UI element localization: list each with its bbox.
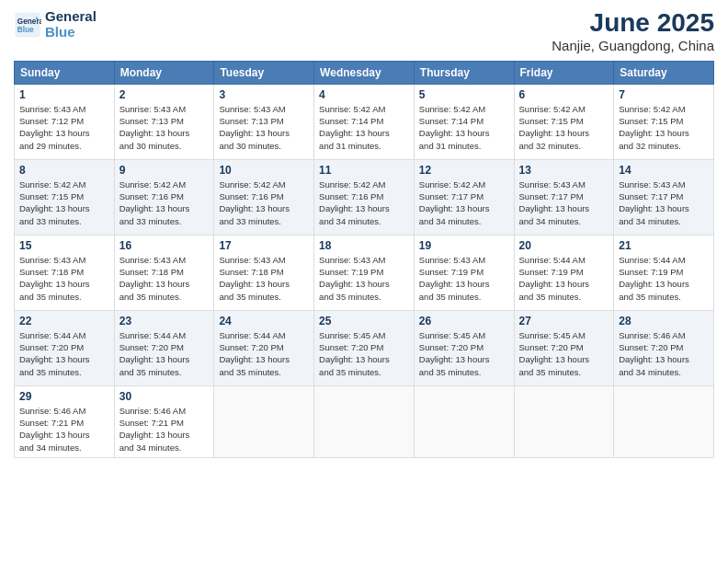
day-number: 30 (119, 390, 210, 403)
day-info: Sunrise: 5:42 AMSunset: 7:14 PMDaylight:… (319, 103, 409, 152)
day-number: 2 (119, 88, 210, 101)
calendar-week-row: 8Sunrise: 5:42 AMSunset: 7:15 PMDaylight… (15, 159, 714, 235)
day-info: Sunrise: 5:44 AMSunset: 7:19 PMDaylight:… (519, 254, 609, 303)
day-number: 18 (319, 239, 409, 252)
calendar-week-row: 1Sunrise: 5:43 AMSunset: 7:12 PMDaylight… (15, 84, 714, 159)
weekday-header-cell: Thursday (414, 61, 514, 84)
day-info: Sunrise: 5:43 AMSunset: 7:18 PMDaylight:… (119, 254, 210, 303)
day-number: 8 (19, 164, 109, 177)
calendar-day-cell (414, 385, 514, 457)
calendar-day-cell: 9Sunrise: 5:42 AMSunset: 7:16 PMDaylight… (114, 159, 214, 235)
header: General Blue General Blue June 2025 Nanj… (14, 9, 714, 53)
calendar-day-cell: 17Sunrise: 5:43 AMSunset: 7:18 PMDayligh… (214, 235, 314, 310)
day-info: Sunrise: 5:42 AMSunset: 7:16 PMDaylight:… (119, 178, 210, 227)
calendar-day-cell: 26Sunrise: 5:45 AMSunset: 7:20 PMDayligh… (414, 310, 514, 385)
weekday-header-cell: Saturday (614, 61, 714, 84)
calendar-week-row: 15Sunrise: 5:43 AMSunset: 7:18 PMDayligh… (15, 235, 714, 310)
calendar-day-cell: 13Sunrise: 5:43 AMSunset: 7:17 PMDayligh… (514, 159, 614, 235)
day-number: 3 (219, 88, 309, 101)
day-info: Sunrise: 5:44 AMSunset: 7:19 PMDaylight:… (619, 254, 709, 303)
day-number: 24 (219, 315, 309, 327)
day-number: 10 (219, 164, 309, 177)
day-info: Sunrise: 5:44 AMSunset: 7:20 PMDaylight:… (19, 329, 109, 378)
day-info: Sunrise: 5:45 AMSunset: 7:20 PMDaylight:… (319, 329, 409, 378)
logo-icon: General Blue (14, 11, 41, 39)
calendar-day-cell (514, 385, 614, 457)
day-number: 28 (619, 315, 709, 327)
calendar-day-cell (614, 385, 714, 457)
day-info: Sunrise: 5:46 AMSunset: 7:20 PMDaylight:… (619, 329, 709, 378)
logo-blue: Blue (45, 25, 97, 40)
day-number: 4 (319, 88, 409, 101)
svg-text:Blue: Blue (17, 25, 34, 33)
calendar-day-cell: 5Sunrise: 5:42 AMSunset: 7:14 PMDaylight… (414, 84, 514, 159)
calendar-day-cell (314, 385, 415, 457)
day-number: 14 (619, 164, 709, 177)
day-info: Sunrise: 5:42 AMSunset: 7:17 PMDaylight:… (419, 178, 509, 227)
day-number: 15 (19, 239, 109, 252)
day-number: 13 (519, 164, 609, 177)
calendar-day-cell: 20Sunrise: 5:44 AMSunset: 7:19 PMDayligh… (514, 235, 614, 310)
calendar-day-cell: 12Sunrise: 5:42 AMSunset: 7:17 PMDayligh… (414, 159, 514, 235)
calendar-day-cell: 3Sunrise: 5:43 AMSunset: 7:13 PMDaylight… (214, 84, 314, 159)
calendar-day-cell: 2Sunrise: 5:43 AMSunset: 7:13 PMDaylight… (114, 84, 214, 159)
day-info: Sunrise: 5:43 AMSunset: 7:12 PMDaylight:… (19, 103, 109, 152)
page-subtitle: Nanjie, Guangdong, China (552, 38, 714, 53)
calendar-day-cell: 27Sunrise: 5:45 AMSunset: 7:20 PMDayligh… (514, 310, 614, 385)
calendar-day-cell: 29Sunrise: 5:46 AMSunset: 7:21 PMDayligh… (15, 385, 115, 457)
title-block: June 2025 Nanjie, Guangdong, China (552, 9, 714, 53)
day-number: 5 (419, 88, 509, 101)
calendar-body: 1Sunrise: 5:43 AMSunset: 7:12 PMDaylight… (15, 84, 714, 457)
day-number: 26 (419, 315, 509, 327)
day-info: Sunrise: 5:45 AMSunset: 7:20 PMDaylight:… (519, 329, 609, 378)
calendar-table: SundayMondayTuesdayWednesdayThursdayFrid… (14, 61, 714, 458)
calendar-day-cell: 28Sunrise: 5:46 AMSunset: 7:20 PMDayligh… (614, 310, 714, 385)
calendar-day-cell: 24Sunrise: 5:44 AMSunset: 7:20 PMDayligh… (214, 310, 314, 385)
day-info: Sunrise: 5:43 AMSunset: 7:19 PMDaylight:… (419, 254, 509, 303)
day-info: Sunrise: 5:43 AMSunset: 7:13 PMDaylight:… (219, 103, 309, 152)
weekday-header-cell: Sunday (15, 61, 115, 84)
calendar-day-cell: 22Sunrise: 5:44 AMSunset: 7:20 PMDayligh… (15, 310, 115, 385)
day-number: 19 (419, 239, 509, 252)
calendar-day-cell: 10Sunrise: 5:42 AMSunset: 7:16 PMDayligh… (214, 159, 314, 235)
calendar-day-cell: 30Sunrise: 5:46 AMSunset: 7:21 PMDayligh… (114, 385, 214, 457)
weekday-header-cell: Friday (514, 61, 614, 84)
page: General Blue General Blue June 2025 Nanj… (0, 0, 728, 563)
svg-text:General: General (17, 17, 41, 25)
weekday-header-cell: Tuesday (214, 61, 314, 84)
day-number: 7 (619, 88, 709, 101)
calendar-week-row: 22Sunrise: 5:44 AMSunset: 7:20 PMDayligh… (15, 310, 714, 385)
calendar-day-cell: 23Sunrise: 5:44 AMSunset: 7:20 PMDayligh… (114, 310, 214, 385)
day-info: Sunrise: 5:42 AMSunset: 7:16 PMDaylight:… (219, 178, 309, 227)
day-number: 25 (319, 315, 409, 327)
calendar-day-cell: 16Sunrise: 5:43 AMSunset: 7:18 PMDayligh… (114, 235, 214, 310)
day-number: 29 (19, 390, 109, 403)
day-info: Sunrise: 5:43 AMSunset: 7:18 PMDaylight:… (219, 254, 309, 303)
day-info: Sunrise: 5:42 AMSunset: 7:15 PMDaylight:… (519, 103, 609, 152)
day-info: Sunrise: 5:44 AMSunset: 7:20 PMDaylight:… (119, 329, 210, 378)
day-info: Sunrise: 5:42 AMSunset: 7:14 PMDaylight:… (419, 103, 509, 152)
calendar-day-cell: 15Sunrise: 5:43 AMSunset: 7:18 PMDayligh… (15, 235, 115, 310)
logo-general: General (45, 9, 97, 25)
weekday-header-row: SundayMondayTuesdayWednesdayThursdayFrid… (15, 61, 714, 84)
day-number: 12 (419, 164, 509, 177)
day-info: Sunrise: 5:43 AMSunset: 7:19 PMDaylight:… (319, 254, 409, 303)
day-number: 11 (319, 164, 409, 177)
day-info: Sunrise: 5:44 AMSunset: 7:20 PMDaylight:… (219, 329, 309, 378)
calendar-day-cell: 4Sunrise: 5:42 AMSunset: 7:14 PMDaylight… (314, 84, 415, 159)
day-info: Sunrise: 5:45 AMSunset: 7:20 PMDaylight:… (419, 329, 509, 378)
calendar-day-cell: 14Sunrise: 5:43 AMSunset: 7:17 PMDayligh… (614, 159, 714, 235)
calendar-day-cell: 18Sunrise: 5:43 AMSunset: 7:19 PMDayligh… (314, 235, 415, 310)
day-info: Sunrise: 5:43 AMSunset: 7:17 PMDaylight:… (619, 178, 709, 227)
day-number: 16 (119, 239, 210, 252)
day-info: Sunrise: 5:42 AMSunset: 7:16 PMDaylight:… (319, 178, 409, 227)
day-info: Sunrise: 5:42 AMSunset: 7:15 PMDaylight:… (619, 103, 709, 152)
day-number: 23 (119, 315, 210, 327)
calendar-day-cell: 25Sunrise: 5:45 AMSunset: 7:20 PMDayligh… (314, 310, 415, 385)
day-number: 21 (619, 239, 709, 252)
day-info: Sunrise: 5:42 AMSunset: 7:15 PMDaylight:… (19, 178, 109, 227)
day-number: 17 (219, 239, 309, 252)
day-number: 6 (519, 88, 609, 101)
calendar-day-cell: 7Sunrise: 5:42 AMSunset: 7:15 PMDaylight… (614, 84, 714, 159)
calendar-day-cell: 19Sunrise: 5:43 AMSunset: 7:19 PMDayligh… (414, 235, 514, 310)
